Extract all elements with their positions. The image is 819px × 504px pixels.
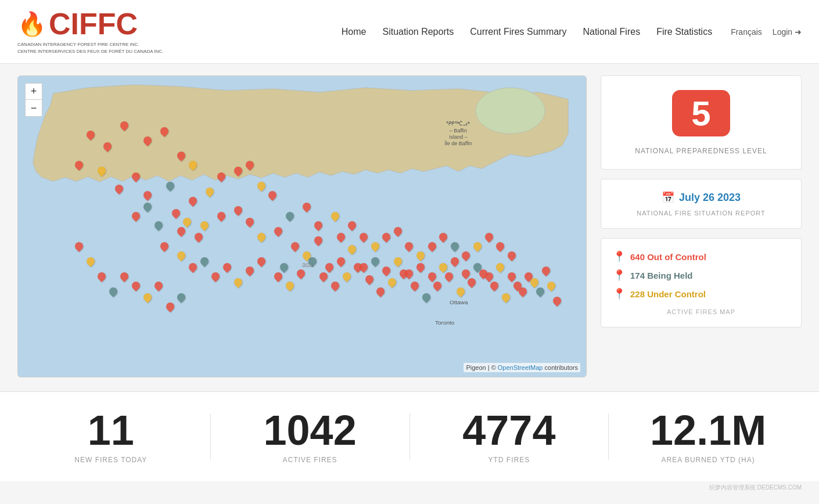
osm-link[interactable]: OpenStreetMap — [498, 364, 543, 371]
being-held-item: 📍 174 Being Held — [613, 269, 789, 282]
map-container[interactable]: ᕿᑭᖅᑖᓗᒃ – Baffin Island – Île de Baffin O… — [17, 75, 587, 377]
footer-note: 织梦内容管理系统 DEDECMS.COM — [0, 481, 819, 494]
date-report-card: 📅 July 26 2023 NATIONAL FIRE SITUATION R… — [601, 179, 802, 229]
nav-link-current-fires-summary[interactable]: Current Fires Summary — [470, 27, 566, 37]
stat-number-2: 4774 — [410, 409, 609, 451]
stat-number-0: 11 — [12, 409, 210, 451]
stat-label-3: AREA BURNED YTD (HA) — [609, 456, 807, 464]
nav-area: HomeSituation ReportsCurrent Fires Summa… — [342, 27, 802, 37]
out-of-control-icon: 📍 — [613, 250, 626, 263]
preparedness-badge: 5 — [672, 90, 730, 136]
auth-links: Français Login ➜ — [731, 27, 802, 37]
svg-text:Toronto: Toronto — [435, 319, 455, 326]
stat-label-1: ACTIVE FIRES — [211, 456, 410, 464]
nav-link-national-fires[interactable]: National Fires — [583, 27, 640, 37]
active-fires-label: ACTIVE FIRES MAP — [613, 308, 789, 315]
map-svg: ᕿᑭᖅᑖᓗᒃ – Baffin Island – Île de Baffin O… — [18, 76, 586, 377]
preparedness-label: NATIONAL PREPAREDNESS LEVEL — [613, 147, 789, 155]
right-panel: 5 NATIONAL PREPAREDNESS LEVEL 📅 July 26 … — [601, 75, 802, 327]
under-control-label: 228 Under Control — [630, 289, 706, 299]
stat-label-0: NEW FIRES TODAY — [12, 456, 210, 464]
out-of-control-label: 640 Out of Control — [630, 252, 706, 262]
stat-item-0: 11 NEW FIRES TODAY — [12, 409, 210, 464]
under-control-item: 📍 228 Under Control — [613, 287, 789, 300]
map-attribution: Pigeon | © OpenStreetMap contributors — [464, 363, 580, 372]
stat-number-3: 12.1M — [609, 409, 807, 451]
svg-text:Island –: Island – — [449, 134, 467, 140]
nav-link-home[interactable]: Home — [342, 27, 367, 37]
situation-report-link[interactable]: 📅 July 26 2023 — [613, 191, 789, 204]
zoom-in-button[interactable]: + — [26, 84, 42, 100]
svg-text:ᕿᑭᖅᑖᓗᒃ: ᕿᑭᖅᑖᓗᒃ — [446, 120, 470, 127]
stat-number-1: 1042 — [211, 409, 410, 451]
stats-bar: 11 NEW FIRES TODAY 1042 ACTIVE FIRES 477… — [0, 391, 819, 481]
svg-point-7 — [378, 174, 447, 267]
header: 🔥 CIFFC CANADIAN INTERAGENCY FOREST FIRE… — [0, 0, 819, 64]
nav-links: HomeSituation ReportsCurrent Fires Summa… — [342, 27, 712, 37]
flame-icon: 🔥 — [17, 12, 46, 35]
being-held-icon: 📍 — [613, 269, 626, 282]
login-link[interactable]: Login ➜ — [773, 27, 802, 37]
svg-point-9 — [448, 276, 469, 287]
svg-text:ada: ada — [302, 261, 314, 269]
fire-status-card: 📍 640 Out of Control 📍 174 Being Held 📍 … — [601, 238, 802, 327]
date-report-label: NATIONAL FIRE SITUATION REPORT — [613, 210, 789, 217]
zoom-out-button[interactable]: − — [26, 100, 42, 116]
svg-text:Île de Baffin: Île de Baffin — [444, 141, 472, 146]
nav-link-fire-statistics[interactable]: Fire Statistics — [656, 27, 712, 37]
logo-subtitle: CANADIAN INTERAGENCY FOREST FIRE CENTRE … — [17, 41, 163, 54]
under-control-icon: 📍 — [613, 287, 626, 300]
map-zoom-controls: + − — [25, 83, 42, 117]
calendar-icon: 📅 — [662, 191, 674, 204]
logo-area: 🔥 CIFFC CANADIAN INTERAGENCY FOREST FIRE… — [17, 9, 163, 54]
preparedness-card: 5 NATIONAL PREPAREDNESS LEVEL — [601, 75, 802, 170]
logo: 🔥 CIFFC — [17, 9, 138, 39]
language-switch[interactable]: Français — [731, 27, 762, 37]
svg-text:– Baffin: – Baffin — [450, 128, 467, 134]
out-of-control-item: 📍 640 Out of Control — [613, 250, 789, 263]
svg-point-8 — [421, 278, 450, 291]
nav-link-situation-reports[interactable]: Situation Reports — [382, 27, 454, 37]
stat-item-3: 12.1M AREA BURNED YTD (HA) — [609, 409, 807, 464]
svg-text:Ottawa: Ottawa — [450, 299, 468, 305]
stat-item-1: 1042 ACTIVE FIRES — [211, 409, 410, 464]
logo-acronym: CIFFC — [49, 9, 138, 39]
main-content: ᕿᑭᖅᑖᓗᒃ – Baffin Island – Île de Baffin O… — [0, 64, 819, 389]
stat-label-2: YTD FIRES — [410, 456, 609, 464]
being-held-label: 174 Being Held — [630, 271, 693, 280]
svg-point-2 — [476, 88, 545, 134]
stat-item-2: 4774 YTD FIRES — [410, 409, 609, 464]
